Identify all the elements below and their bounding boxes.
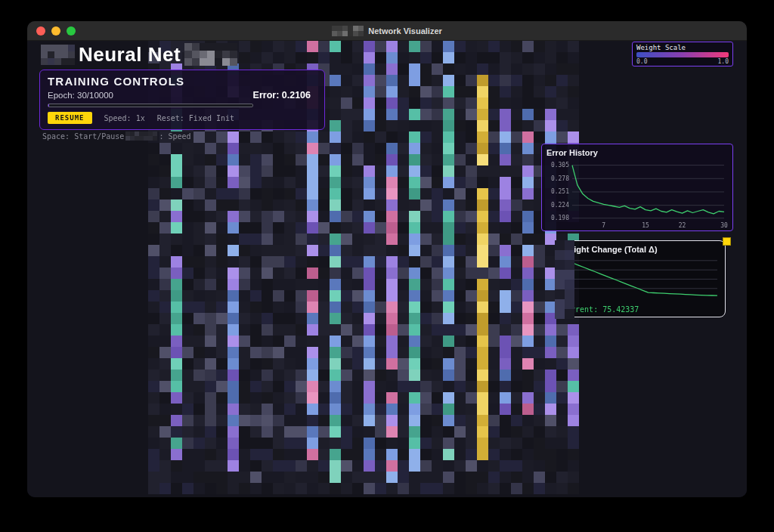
weight-scale-range: 0.0 1.0 — [636, 58, 729, 65]
epoch-progress-bar — [48, 104, 253, 107]
svg-text:15: 15 — [642, 222, 649, 229]
redacted-title-prefix — [332, 26, 364, 36]
current-weight-change-label: Current: 75.42337 — [562, 305, 720, 314]
svg-text:30: 30 — [720, 222, 728, 229]
window-title-group: Network Visualizer — [27, 21, 747, 41]
error-history-chart: 0.3050.2780.2510.2240.1987152230 — [546, 158, 728, 229]
app-title: Neural Net — [79, 43, 181, 66]
weight-change-panel: Weight Change (Total Δ) Current: 75.4233… — [556, 240, 726, 317]
close-button[interactable] — [36, 26, 45, 36]
minimize-button[interactable] — [51, 26, 60, 36]
app-logo-icon — [41, 45, 75, 65]
titlebar[interactable]: Network Visualizer — [27, 21, 747, 41]
weight-scale-label: Weight Scale — [636, 44, 729, 51]
svg-text:7: 7 — [602, 222, 605, 229]
speed-label: Speed: 1x — [104, 114, 145, 122]
training-stats-row: Epoch: 30/10000 Error: 0.2106 — [48, 90, 317, 101]
weight-scale-gradient-bar — [636, 52, 729, 57]
reset-label: Reset: Fixed Init — [157, 114, 234, 122]
weight-scale-max: 1.0 — [718, 58, 729, 65]
error-history-title: Error History — [546, 147, 728, 158]
svg-text:0.251: 0.251 — [551, 188, 569, 195]
error-label: Error: 0.2106 — [253, 90, 311, 101]
svg-text:0.278: 0.278 — [551, 175, 569, 182]
weight-change-title: Weight Change (Total Δ) — [562, 244, 720, 255]
training-controls-panel: TRAINING CONTROLS Epoch: 30/10000 Error:… — [39, 70, 325, 130]
resume-button[interactable]: RESUME — [48, 112, 92, 124]
redacted-hint-keys — [125, 131, 157, 141]
traffic-lights — [36, 26, 76, 36]
panel-drag-handle[interactable] — [723, 237, 731, 246]
zoom-button[interactable] — [67, 26, 76, 36]
app-header: Neural Net — [41, 42, 237, 66]
app-window: Network Visualizer Neural Net Weight Sca… — [27, 21, 747, 497]
error-history-panel: Error History 0.3050.2780.2510.2240.1987… — [541, 144, 733, 231]
svg-text:0.198: 0.198 — [551, 215, 569, 221]
weight-change-chart — [562, 255, 719, 302]
epoch-progress-fill — [48, 104, 49, 107]
app-content: Neural Net Weight Scale 0.0 1.0 TRAINING… — [27, 41, 747, 497]
svg-text:0.224: 0.224 — [551, 202, 569, 209]
epoch-label: Epoch: 30/10000 — [48, 91, 113, 100]
keyboard-hints: Space: Start/Pause : Speed — [42, 131, 191, 141]
weight-scale-min: 0.0 — [636, 58, 647, 65]
weight-scale-legend: Weight Scale 0.0 1.0 — [632, 42, 733, 66]
training-buttons-row: RESUME Speed: 1x Reset: Fixed Init — [48, 112, 317, 124]
svg-text:22: 22 — [679, 222, 686, 229]
hint-start-pause: Space: Start/Pause — [42, 132, 124, 141]
hint-speed: : Speed — [159, 132, 190, 141]
redacted-title-suffix — [184, 43, 237, 66]
window-title: Network Visualizer — [368, 26, 442, 36]
svg-text:0.305: 0.305 — [551, 162, 569, 169]
redaction-patch — [555, 240, 574, 319]
training-controls-title: TRAINING CONTROLS — [48, 75, 317, 88]
